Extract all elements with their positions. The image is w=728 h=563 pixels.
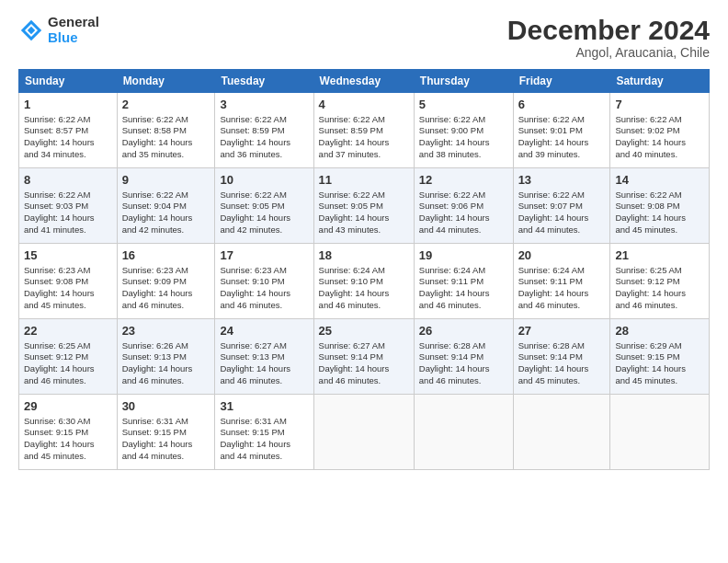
day-info: Sunrise: 6:24 AM Sunset: 9:11 PM Dayligh… (419, 265, 508, 312)
day-number: 8 (24, 172, 112, 189)
calendar-cell: 7Sunrise: 6:22 AM Sunset: 9:02 PM Daylig… (610, 93, 710, 168)
day-info: Sunrise: 6:23 AM Sunset: 9:09 PM Dayligh… (122, 265, 210, 312)
calendar-cell: 12Sunrise: 6:22 AM Sunset: 9:06 PM Dayli… (414, 168, 513, 244)
day-info: Sunrise: 6:24 AM Sunset: 9:11 PM Dayligh… (518, 265, 606, 312)
calendar-cell (513, 395, 610, 470)
day-number: 5 (419, 97, 508, 113)
day-info: Sunrise: 6:22 AM Sunset: 8:57 PM Dayligh… (24, 114, 112, 161)
day-number: 30 (122, 398, 210, 415)
logo-icon (18, 17, 44, 43)
logo-text: General Blue (48, 15, 99, 45)
day-number: 9 (122, 172, 210, 189)
calendar-cell: 3Sunrise: 6:22 AM Sunset: 8:59 PM Daylig… (215, 93, 313, 168)
day-info: Sunrise: 6:22 AM Sunset: 9:04 PM Dayligh… (122, 190, 210, 236)
day-number: 29 (24, 398, 112, 415)
calendar-cell (610, 395, 710, 470)
day-number: 3 (220, 97, 308, 113)
calendar-cell: 23Sunrise: 6:26 AM Sunset: 9:13 PM Dayli… (117, 319, 215, 395)
day-number: 12 (419, 172, 508, 189)
day-info: Sunrise: 6:22 AM Sunset: 8:58 PM Dayligh… (122, 114, 210, 161)
day-number: 19 (419, 247, 508, 264)
calendar-cell: 26Sunrise: 6:28 AM Sunset: 9:14 PM Dayli… (414, 319, 513, 395)
calendar-cell (414, 395, 513, 470)
day-number: 2 (122, 97, 210, 113)
day-number: 23 (122, 323, 210, 339)
col-tuesday: Tuesday (215, 70, 313, 93)
calendar-cell: 22Sunrise: 6:25 AM Sunset: 9:12 PM Dayli… (19, 319, 118, 395)
day-info: Sunrise: 6:22 AM Sunset: 9:01 PM Dayligh… (518, 114, 606, 161)
day-info: Sunrise: 6:22 AM Sunset: 9:03 PM Dayligh… (24, 190, 112, 236)
month-title: December 2024 (507, 15, 710, 45)
day-number: 15 (24, 247, 112, 264)
table-row: 15Sunrise: 6:23 AM Sunset: 9:08 PM Dayli… (19, 244, 710, 319)
calendar-cell: 19Sunrise: 6:24 AM Sunset: 9:11 PM Dayli… (414, 244, 513, 319)
calendar-cell: 1Sunrise: 6:22 AM Sunset: 8:57 PM Daylig… (19, 93, 118, 168)
day-info: Sunrise: 6:29 AM Sunset: 9:15 PM Dayligh… (615, 340, 704, 387)
col-thursday: Thursday (414, 70, 513, 93)
col-sunday: Sunday (19, 70, 118, 93)
header-row: Sunday Monday Tuesday Wednesday Thursday… (19, 70, 710, 93)
day-info: Sunrise: 6:22 AM Sunset: 9:06 PM Dayligh… (419, 190, 508, 236)
col-saturday: Saturday (610, 70, 710, 93)
day-number: 20 (518, 247, 606, 264)
day-info: Sunrise: 6:24 AM Sunset: 9:10 PM Dayligh… (319, 265, 409, 312)
calendar-cell (313, 395, 414, 470)
day-info: Sunrise: 6:22 AM Sunset: 9:05 PM Dayligh… (319, 190, 409, 236)
day-info: Sunrise: 6:25 AM Sunset: 9:12 PM Dayligh… (615, 265, 704, 312)
calendar-cell: 5Sunrise: 6:22 AM Sunset: 9:00 PM Daylig… (414, 93, 513, 168)
day-number: 26 (419, 323, 508, 339)
logo-blue-text: Blue (48, 29, 78, 45)
day-number: 14 (615, 172, 704, 189)
day-info: Sunrise: 6:27 AM Sunset: 9:13 PM Dayligh… (220, 340, 308, 387)
day-info: Sunrise: 6:22 AM Sunset: 8:59 PM Dayligh… (319, 114, 409, 161)
calendar-table: Sunday Monday Tuesday Wednesday Thursday… (18, 69, 710, 470)
logo: General Blue (18, 15, 99, 45)
calendar-cell: 21Sunrise: 6:25 AM Sunset: 9:12 PM Dayli… (610, 244, 710, 319)
day-number: 22 (24, 323, 112, 339)
calendar-cell: 25Sunrise: 6:27 AM Sunset: 9:14 PM Dayli… (313, 319, 414, 395)
day-info: Sunrise: 6:25 AM Sunset: 9:12 PM Dayligh… (24, 340, 112, 387)
day-info: Sunrise: 6:30 AM Sunset: 9:15 PM Dayligh… (24, 416, 112, 463)
table-row: 8Sunrise: 6:22 AM Sunset: 9:03 PM Daylig… (19, 168, 710, 244)
calendar-cell: 24Sunrise: 6:27 AM Sunset: 9:13 PM Dayli… (215, 319, 313, 395)
title-block: December 2024 Angol, Araucania, Chile (507, 15, 710, 60)
day-info: Sunrise: 6:23 AM Sunset: 9:10 PM Dayligh… (220, 265, 308, 312)
calendar-cell: 9Sunrise: 6:22 AM Sunset: 9:04 PM Daylig… (117, 168, 215, 244)
calendar-cell: 2Sunrise: 6:22 AM Sunset: 8:58 PM Daylig… (117, 93, 215, 168)
day-info: Sunrise: 6:22 AM Sunset: 9:07 PM Dayligh… (518, 190, 606, 236)
calendar-cell: 31Sunrise: 6:31 AM Sunset: 9:15 PM Dayli… (215, 395, 313, 470)
day-number: 4 (319, 97, 409, 113)
day-number: 28 (615, 323, 704, 339)
table-row: 29Sunrise: 6:30 AM Sunset: 9:15 PM Dayli… (19, 395, 710, 470)
day-number: 6 (518, 97, 606, 113)
col-monday: Monday (117, 70, 215, 93)
day-info: Sunrise: 6:22 AM Sunset: 9:00 PM Dayligh… (419, 114, 508, 161)
day-info: Sunrise: 6:27 AM Sunset: 9:14 PM Dayligh… (319, 340, 409, 387)
day-number: 18 (319, 247, 409, 264)
day-info: Sunrise: 6:28 AM Sunset: 9:14 PM Dayligh… (419, 340, 508, 387)
calendar-cell: 4Sunrise: 6:22 AM Sunset: 8:59 PM Daylig… (313, 93, 414, 168)
day-info: Sunrise: 6:22 AM Sunset: 9:02 PM Dayligh… (615, 114, 704, 161)
col-friday: Friday (513, 70, 610, 93)
calendar-cell: 27Sunrise: 6:28 AM Sunset: 9:14 PM Dayli… (513, 319, 610, 395)
header: General Blue December 2024 Angol, Arauca… (18, 15, 710, 60)
location-subtitle: Angol, Araucania, Chile (507, 45, 710, 60)
day-number: 21 (615, 247, 704, 264)
col-wednesday: Wednesday (313, 70, 414, 93)
day-info: Sunrise: 6:22 AM Sunset: 8:59 PM Dayligh… (220, 114, 308, 161)
calendar-cell: 18Sunrise: 6:24 AM Sunset: 9:10 PM Dayli… (313, 244, 414, 319)
day-info: Sunrise: 6:22 AM Sunset: 9:05 PM Dayligh… (220, 190, 308, 236)
calendar-cell: 13Sunrise: 6:22 AM Sunset: 9:07 PM Dayli… (513, 168, 610, 244)
day-number: 1 (24, 97, 112, 113)
calendar-cell: 14Sunrise: 6:22 AM Sunset: 9:08 PM Dayli… (610, 168, 710, 244)
day-info: Sunrise: 6:31 AM Sunset: 9:15 PM Dayligh… (220, 416, 308, 463)
page: General Blue December 2024 Angol, Arauca… (0, 0, 728, 563)
day-info: Sunrise: 6:22 AM Sunset: 9:08 PM Dayligh… (615, 190, 704, 236)
day-info: Sunrise: 6:28 AM Sunset: 9:14 PM Dayligh… (518, 340, 606, 387)
calendar-cell: 8Sunrise: 6:22 AM Sunset: 9:03 PM Daylig… (19, 168, 118, 244)
day-number: 11 (319, 172, 409, 189)
logo-general-text: General (48, 14, 99, 29)
day-number: 13 (518, 172, 606, 189)
table-row: 22Sunrise: 6:25 AM Sunset: 9:12 PM Dayli… (19, 319, 710, 395)
calendar-cell: 6Sunrise: 6:22 AM Sunset: 9:01 PM Daylig… (513, 93, 610, 168)
